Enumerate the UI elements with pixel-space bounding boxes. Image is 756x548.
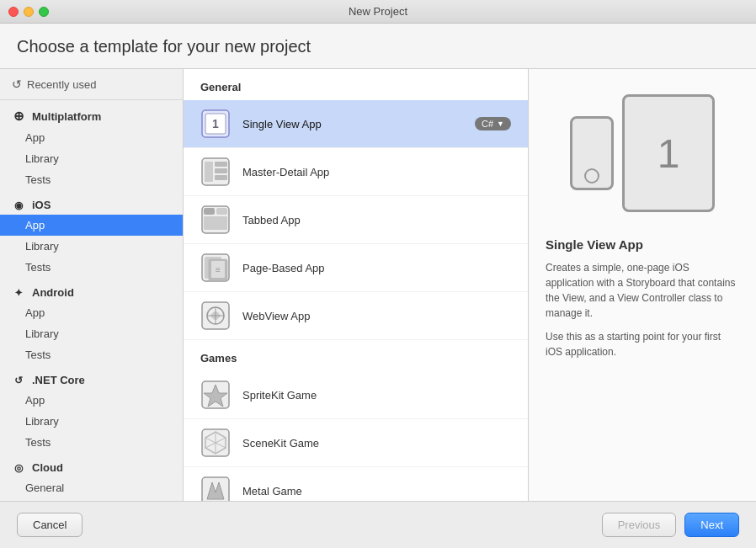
ios-icon: ◉ — [12, 200, 25, 211]
language-badge[interactable]: C# ▼ — [475, 117, 511, 130]
template-page-based-app[interactable]: ≡ Page-Based App — [184, 244, 528, 292]
sidebar-item-android-library[interactable]: Library — [0, 323, 183, 344]
cloud-label: Cloud — [32, 461, 63, 474]
sidebar-item-netcore-library[interactable]: Library — [0, 411, 183, 432]
sidebar-item-ios-library[interactable]: Library — [0, 236, 183, 257]
tablet-preview: 1 — [622, 94, 715, 212]
maximize-button[interactable] — [39, 7, 49, 17]
dialog-footer: Cancel Previous Next — [0, 501, 756, 548]
sidebar-item-multiplatform-app[interactable]: App — [0, 127, 183, 148]
svg-text:1: 1 — [212, 117, 219, 130]
svg-rect-9 — [204, 208, 215, 215]
template-list: General 1 Single View App C# ▼ — [184, 69, 529, 501]
games-section-header: Games — [184, 340, 528, 371]
master-detail-app-label: Master-Detail App — [242, 166, 511, 178]
sidebar-item-ios-app[interactable]: App — [0, 215, 183, 236]
close-button[interactable] — [8, 7, 19, 17]
recently-used-label: Recently used — [27, 78, 96, 91]
template-master-detail-app[interactable]: Master-Detail App — [184, 148, 528, 196]
svg-rect-11 — [204, 216, 227, 230]
svg-rect-6 — [215, 168, 227, 173]
tabbed-app-label: Tabbed App — [242, 214, 511, 226]
page-header: Choose a template for your new project — [0, 24, 756, 69]
scenekit-game-icon — [200, 428, 231, 458]
sidebar-recently-used[interactable]: ↺ Recently used — [0, 69, 183, 100]
page-title: Choose a template for your new project — [17, 37, 739, 56]
phone-preview — [570, 116, 614, 190]
metal-game-icon — [200, 476, 231, 501]
traffic-lights — [8, 7, 49, 17]
page-based-app-icon: ≡ — [200, 253, 231, 283]
cancel-button[interactable]: Cancel — [17, 513, 83, 537]
language-badge-text: C# — [482, 119, 493, 129]
spritekit-game-icon — [200, 380, 231, 410]
selected-template-description-1: Creates a simple, one-page iOS applicati… — [546, 260, 739, 321]
template-single-view-app[interactable]: 1 Single View App C# ▼ — [184, 100, 528, 148]
footer-nav-buttons: Previous Next — [602, 513, 739, 537]
next-button[interactable]: Next — [684, 513, 739, 537]
svg-rect-10 — [216, 208, 227, 215]
webview-app-icon — [200, 301, 231, 331]
sidebar-item-netcore-app[interactable]: App — [0, 390, 183, 411]
minimize-button[interactable] — [24, 7, 34, 17]
sidebar-item-cloud-general[interactable]: General — [0, 477, 183, 498]
single-view-app-label: Single View App — [242, 118, 463, 130]
tabbed-app-icon — [200, 205, 231, 235]
multiplatform-label: Multiplatform — [32, 110, 101, 123]
sidebar: ↺ Recently used ⊕ Multiplatform App Libr… — [0, 69, 184, 501]
android-icon: ✦ — [12, 287, 25, 299]
general-section-header: General — [184, 69, 528, 100]
template-preview-panel: 1 Single View App Creates a simple, one-… — [529, 69, 756, 501]
netcore-label: .NET Core — [32, 374, 85, 386]
sidebar-section-android: ✦ Android — [0, 278, 183, 302]
sidebar-item-multiplatform-library[interactable]: Library — [0, 148, 183, 169]
sidebar-section-netcore: ↺ .NET Core — [0, 365, 183, 390]
netcore-icon: ↺ — [12, 375, 25, 386]
template-tabbed-app[interactable]: Tabbed App — [184, 196, 528, 244]
selected-template-description-2: Use this as a starting point for your fi… — [546, 329, 739, 359]
sidebar-item-android-tests[interactable]: Tests — [0, 344, 183, 365]
page-based-app-label: Page-Based App — [242, 262, 511, 274]
clock-icon: ↺ — [12, 77, 22, 91]
template-spritekit-game[interactable]: SpriteKit Game — [184, 371, 528, 419]
svg-rect-4 — [205, 162, 213, 182]
multiplatform-icon: ⊕ — [12, 109, 25, 124]
svg-rect-5 — [215, 162, 227, 167]
sidebar-item-android-app[interactable]: App — [0, 302, 183, 323]
sidebar-section-ios: ◉ iOS — [0, 190, 183, 215]
android-label: Android — [32, 286, 74, 299]
sidebar-item-multiplatform-tests[interactable]: Tests — [0, 169, 183, 190]
metal-game-label: Metal Game — [242, 485, 511, 497]
webview-app-label: WebView App — [242, 310, 511, 322]
scenekit-game-label: SceneKit Game — [242, 437, 511, 450]
window-title: New Project — [349, 5, 407, 18]
ios-label: iOS — [32, 199, 51, 211]
svg-rect-7 — [215, 175, 227, 180]
master-detail-app-icon — [200, 157, 231, 187]
sidebar-section-multiplatform: ⊕ Multiplatform — [0, 100, 183, 127]
main-content: ↺ Recently used ⊕ Multiplatform App Libr… — [0, 69, 756, 501]
language-badge-chevron: ▼ — [497, 120, 504, 128]
selected-template-title: Single View App — [546, 237, 643, 252]
title-bar: New Project — [0, 0, 756, 24]
device-preview: 1 — [570, 94, 715, 212]
sidebar-item-ios-tests[interactable]: Tests — [0, 257, 183, 278]
cloud-icon: ◎ — [12, 462, 25, 474]
single-view-app-icon: 1 — [200, 109, 231, 139]
sidebar-item-netcore-tests[interactable]: Tests — [0, 432, 183, 453]
template-metal-game[interactable]: Metal Game — [184, 467, 528, 501]
template-preview-image: 1 — [558, 86, 727, 221]
previous-button[interactable]: Previous — [602, 513, 677, 537]
template-scenekit-game[interactable]: SceneKit Game — [184, 419, 528, 467]
spritekit-game-label: SpriteKit Game — [242, 389, 511, 402]
sidebar-section-cloud: ◎ Cloud — [0, 453, 183, 477]
template-webview-app[interactable]: WebView App — [184, 292, 528, 340]
svg-text:≡: ≡ — [216, 265, 221, 274]
